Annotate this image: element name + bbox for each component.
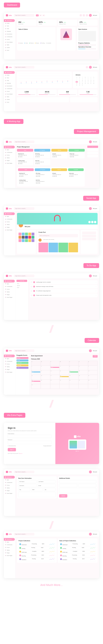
sidebar-item[interactable]: Pages bbox=[4, 226, 15, 228]
draggable-event[interactable]: All Day bbox=[16, 360, 28, 362]
task-card[interactable]: Auth flowLorem ipsum dolor sit bbox=[34, 159, 50, 165]
gallery-thumb[interactable] bbox=[28, 232, 31, 236]
task-card[interactable]: Setup repoLorem ipsum dolor sit bbox=[68, 152, 85, 158]
sidebar-item[interactable]: UI Elements bbox=[4, 87, 15, 90]
checkbox[interactable] bbox=[31, 295, 32, 296]
sidebar-item[interactable]: Forms bbox=[4, 38, 15, 41]
task-card[interactable]: Landing designLorem ipsum dolor sit bbox=[18, 179, 34, 185]
bell-icon[interactable] bbox=[83, 14, 85, 16]
sidebar-item[interactable]: Forms bbox=[4, 154, 15, 156]
task-card[interactable]: Dashboard UILorem ipsum dolor sit bbox=[18, 172, 34, 178]
sidebar-item[interactable]: Pages bbox=[4, 552, 15, 554]
table-row[interactable]: BrandingProcessing$310 bbox=[59, 554, 96, 558]
table-row[interactable]: DashboardProcessing$240 bbox=[18, 542, 55, 546]
sidebar-item[interactable]: Forms bbox=[4, 288, 15, 290]
avatar[interactable] bbox=[89, 14, 92, 17]
sidebar-item[interactable]: Apps bbox=[4, 541, 15, 544]
sidebar-item[interactable]: Dashboard bbox=[4, 538, 15, 541]
sidebar-item[interactable]: Tables bbox=[4, 156, 15, 159]
sidebar-item[interactable]: Forms bbox=[4, 546, 15, 549]
sidebar-item[interactable]: UI Elements bbox=[4, 218, 15, 220]
sidebar-item[interactable]: Extra Pages bbox=[4, 162, 15, 164]
table-row[interactable]: Mobile appComplete$520 bbox=[18, 550, 55, 554]
sidebar-item[interactable]: Charts bbox=[4, 98, 15, 101]
sidebar-item[interactable]: Todo bbox=[4, 76, 15, 79]
gallery-thumb[interactable] bbox=[32, 236, 34, 239]
sidebar-item[interactable]: Extra Pages bbox=[4, 554, 15, 557]
sidebar-item[interactable]: Charts bbox=[4, 46, 15, 49]
search-input[interactable]: Type here to search... bbox=[14, 274, 34, 277]
search-input[interactable]: Type here to search... bbox=[14, 533, 34, 536]
table-row[interactable]: IllustrationPending$145 bbox=[18, 558, 55, 561]
address-field[interactable] bbox=[18, 492, 56, 497]
task-card[interactable]: API wiringLorem ipsum dolor sit bbox=[35, 172, 50, 178]
checkbox[interactable] bbox=[31, 286, 32, 287]
sidebar-item[interactable]: Pages bbox=[4, 159, 15, 162]
draggable-event[interactable]: Lunch bbox=[16, 367, 28, 369]
mini-calendar[interactable]: January SMTWTFS1234567891011121314151617… bbox=[74, 73, 96, 87]
gallery-thumb[interactable] bbox=[22, 236, 24, 239]
todo-item[interactable]: Landing page must be complete⋮ bbox=[30, 280, 98, 284]
sidebar-item[interactable]: Pages bbox=[4, 293, 15, 296]
mail-icon[interactable] bbox=[86, 14, 88, 16]
todo-item[interactable]: Prepare sprint retrospective notes⋮ bbox=[30, 294, 98, 297]
gallery-thumb[interactable] bbox=[25, 232, 28, 236]
sidebar-item[interactable]: Icons bbox=[4, 49, 15, 52]
table-row[interactable]: LandingPending$180 bbox=[59, 546, 96, 550]
sidebar-item[interactable]: Email bbox=[4, 22, 15, 24]
sidebar-item[interactable]: Calendar bbox=[4, 30, 15, 33]
sidebar-item[interactable]: Dashboard bbox=[4, 146, 15, 148]
sidebar-item[interactable]: Dashboard bbox=[4, 280, 15, 282]
sidebar-item[interactable]: Icons bbox=[4, 101, 15, 104]
add-btn[interactable]: + bbox=[87, 146, 98, 148]
task-card[interactable]: API wiringLorem ipsum dolor sit bbox=[34, 152, 50, 158]
search-input[interactable]: Type here to search... bbox=[14, 207, 34, 210]
social-icon[interactable] bbox=[91, 221, 94, 223]
gallery-thumb[interactable] bbox=[28, 236, 31, 239]
chip[interactable]: ● bbox=[42, 14, 45, 16]
draggable-event[interactable]: Long Event bbox=[16, 362, 28, 364]
task-card[interactable]: QA passLorem ipsum dolor sit bbox=[51, 152, 68, 158]
search-input[interactable]: Type here to search... bbox=[14, 471, 34, 473]
sidebar-item[interactable]: Chat bbox=[4, 27, 15, 30]
gallery-thumb[interactable] bbox=[32, 232, 34, 236]
sidebar-item[interactable]: Tables bbox=[4, 366, 15, 368]
sidebar-item[interactable]: Apps bbox=[4, 357, 15, 360]
sidebar-item[interactable]: Extra Pages bbox=[4, 296, 15, 299]
sidebar-item[interactable]: UI Elements bbox=[4, 360, 15, 363]
sidebar-item[interactable]: Apps bbox=[4, 148, 15, 151]
gallery-thumb[interactable] bbox=[25, 239, 28, 242]
sidebar-item[interactable]: Table bbox=[4, 96, 15, 98]
chip[interactable]: ● bbox=[39, 14, 42, 16]
sidebar-item[interactable]: UI Elements bbox=[4, 544, 15, 546]
social-icon[interactable] bbox=[88, 221, 91, 223]
fname-field[interactable] bbox=[18, 480, 36, 483]
sidebar-item[interactable]: Calendar bbox=[4, 82, 15, 84]
bell-icon[interactable] bbox=[86, 66, 88, 68]
draggable-event[interactable]: Repeating bbox=[16, 364, 28, 366]
sidebar-item[interactable]: Forms bbox=[4, 90, 15, 93]
checkbox[interactable] bbox=[31, 290, 32, 292]
sidebar-item[interactable]: Dashboard bbox=[4, 212, 15, 215]
sidebar-item[interactable]: Extra Pages bbox=[4, 228, 15, 231]
sidebar-item[interactable]: Forms bbox=[4, 484, 15, 486]
calendar-grid[interactable]: SMTWTFS123Meeting45678Event9101112Call13… bbox=[31, 361, 98, 389]
todo-item[interactable]: Dashboard redesign review with team⋮ bbox=[30, 285, 98, 288]
search-input[interactable]: Type here to search... bbox=[14, 14, 34, 16]
sidebar-item[interactable]: Todo bbox=[4, 24, 15, 27]
sidebar-item[interactable]: Dashboard bbox=[4, 354, 15, 357]
sidebar-item[interactable]: Ecommerce bbox=[4, 33, 15, 36]
sidebar-item[interactable]: Extra Pages bbox=[4, 492, 15, 495]
gallery-thumb[interactable] bbox=[32, 239, 34, 242]
chip[interactable]: ● bbox=[36, 14, 38, 16]
task-card[interactable]: Auth flowLorem ipsum dolor sit bbox=[35, 179, 50, 185]
sidebar-item[interactable]: Chat bbox=[4, 79, 15, 82]
signup-link[interactable]: Sign up bbox=[19, 453, 22, 454]
table-row[interactable]: LandingPending$180 bbox=[18, 546, 55, 550]
checkbox[interactable] bbox=[31, 282, 32, 283]
table-row[interactable]: BrandingProcessing$310 bbox=[18, 554, 55, 558]
gift-icon[interactable] bbox=[80, 14, 82, 16]
sidebar-item[interactable]: UI Elements bbox=[4, 36, 15, 38]
sidebar-item[interactable]: Pages bbox=[4, 368, 15, 371]
sidebar-item[interactable]: UI Elements bbox=[4, 151, 15, 154]
